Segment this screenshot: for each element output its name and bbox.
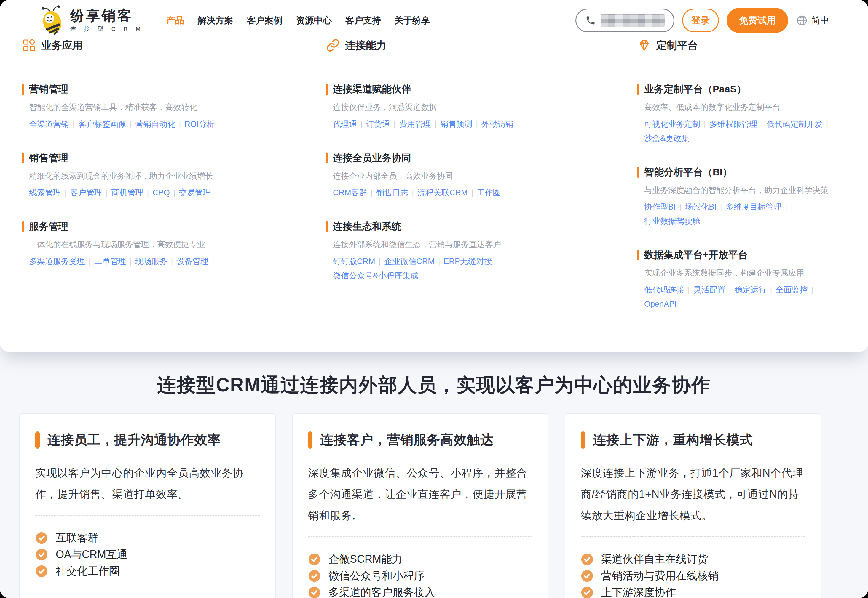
menu-section-title: 连接生态和系统 — [333, 220, 401, 233]
menu-link[interactable]: 外勤访销 — [482, 120, 513, 129]
nav-item[interactable]: 产品 — [166, 15, 184, 27]
menu-link[interactable]: 代理通 — [333, 120, 357, 129]
menu-link[interactable]: 流程关联CRM — [418, 188, 468, 197]
separator: | — [174, 188, 175, 197]
menu-link[interactable]: 场景化BI — [685, 202, 717, 211]
menu-link[interactable]: CPQ — [153, 188, 170, 197]
menu-link[interactable]: 客户标签画像 — [78, 120, 126, 129]
menu-column-title: 定制平台 — [656, 39, 698, 52]
menu-section-link[interactable]: 智能分析平台（BI） — [638, 166, 846, 179]
menu-column: 定制平台 业务定制平台（PaaS） 高效率、低成本的数字化业务定制平台 可视化业… — [638, 37, 846, 331]
menu-link[interactable]: OpenAPI — [644, 300, 677, 308]
nav-item[interactable]: 关于纷享 — [395, 15, 430, 27]
menu-section-desc: 连接伙伴业务，洞悉渠道数据 — [333, 101, 626, 114]
card-header: 连接上下游，重构增长模式 — [581, 431, 805, 448]
menu-link[interactable]: 营销自动化 — [135, 120, 175, 129]
phone-icon — [585, 15, 596, 26]
menu-section-link[interactable]: 营销管理 — [22, 83, 314, 96]
menu-section-link[interactable]: 服务管理 — [22, 220, 314, 233]
nav-item[interactable]: 客户支持 — [345, 15, 381, 27]
menu-link[interactable]: 设备管理 — [177, 257, 208, 266]
divider — [326, 65, 616, 66]
menu-link[interactable]: 协作型BI — [644, 202, 676, 211]
menu-link[interactable]: 行业数据驾驶舱 — [644, 217, 700, 226]
menu-link[interactable]: 工单管理 — [94, 257, 126, 266]
menu-section: 业务定制平台（PaaS） 高效率、低成本的数字化业务定制平台 可视化业务定制|多… — [638, 83, 846, 146]
logo[interactable]: 纷享销客 连 接 型 C R M — [39, 5, 144, 36]
login-button[interactable]: 登录 — [682, 9, 719, 32]
menu-section-link[interactable]: 连接全员业务协同 — [326, 151, 626, 165]
menu-column: 连接能力 连接渠道赋能伙伴 连接伙伴业务，洞悉渠道数据 代理通|订货通|费用管理… — [326, 37, 626, 331]
menu-section-title: 业务定制平台（PaaS） — [644, 83, 747, 96]
menu-section-link[interactable]: 连接生态和系统 — [326, 220, 626, 233]
free-trial-button[interactable]: 免费试用 — [727, 8, 788, 33]
menu-link[interactable]: ERP无缝对接 — [444, 257, 492, 266]
menu-link[interactable]: 沙盒&更改集 — [644, 134, 690, 143]
menu-link[interactable]: 多渠道服务受理 — [29, 257, 85, 266]
phone-number-redacted — [601, 14, 664, 27]
list-item: 互联客群 — [35, 529, 260, 546]
menu-section-link[interactable]: 业务定制平台（PaaS） — [638, 83, 846, 96]
menu-link[interactable]: 全面监控 — [775, 286, 808, 294]
menu-link[interactable]: 低代码连接 — [644, 286, 684, 294]
menu-link[interactable]: 现场服务 — [135, 257, 168, 266]
menu-section-title: 数据集成平台+开放平台 — [644, 248, 748, 262]
nav-item[interactable]: 解决方案 — [198, 15, 233, 27]
phone-contact-pill[interactable] — [575, 9, 674, 32]
menu-section-links: 可视化业务定制|多维权限管理|低代码定制开发|沙盒&更改集 — [644, 118, 846, 146]
menu-link[interactable]: 订货通 — [366, 120, 390, 129]
language-switcher[interactable]: 简中 — [796, 15, 829, 27]
accent-bar — [35, 432, 40, 448]
menu-section-links: 协作型BI|场景化BI|多维度目标管理|行业数据驾驶舱 — [644, 200, 846, 229]
menu-link[interactable]: 可视化业务定制 — [644, 120, 700, 129]
menu-link[interactable]: 微信公众号&小程序集成 — [333, 271, 418, 280]
menu-link[interactable]: 交易管理 — [179, 188, 211, 197]
separator: | — [435, 120, 437, 129]
card-title: 连接员工，提升沟通协作效率 — [48, 431, 221, 448]
card-feature-list: 互联客群 OA与CRM互通 社交化工作圈 — [35, 529, 260, 579]
divider — [638, 65, 831, 66]
main-nav: 产品解决方案客户案例资源中心客户支持关于纷享 — [166, 15, 430, 27]
menu-link[interactable]: ROI分析 — [184, 120, 215, 129]
menu-section-desc: 连接企业内部全员，高效业务协同 — [333, 170, 626, 182]
card-feature-list: 企微SCRM能力 微信公众号和小程序 多渠道的客户服务接入 — [308, 551, 533, 598]
diamond-icon — [638, 39, 651, 52]
menu-column-header: 定制平台 — [638, 37, 846, 54]
menu-link[interactable]: 低代码定制开发 — [766, 120, 823, 129]
menu-section: 服务管理 一体化的在线服务与现场服务管理，高效便捷专业 多渠道服务受理|工单管理… — [22, 220, 314, 269]
grid-icon — [22, 39, 36, 52]
menu-section-link[interactable]: 数据集成平台+开放平台 — [638, 248, 846, 262]
list-item: 营销活动与费用在线核销 — [581, 568, 805, 584]
nav-item[interactable]: 客户案例 — [247, 15, 283, 27]
menu-section-link[interactable]: 连接渠道赋能伙伴 — [326, 83, 626, 96]
menu-link[interactable]: 商机管理 — [111, 188, 144, 197]
separator: | — [106, 188, 108, 197]
check-icon — [308, 570, 321, 582]
menu-link[interactable]: CRM客群 — [333, 188, 367, 197]
list-item-label: 营销活动与费用在线核销 — [601, 569, 718, 583]
logo-subtitle: 连 接 型 C R M — [70, 25, 144, 33]
menu-link[interactable]: 钉钉版CRM — [333, 257, 375, 266]
menu-link[interactable]: 线索管理 — [29, 188, 61, 197]
menu-link[interactable]: 多维度目标管理 — [726, 202, 782, 211]
menu-link[interactable]: 全渠道营销 — [29, 120, 69, 129]
menu-link[interactable]: 灵活配置 — [693, 286, 726, 294]
menu-link[interactable]: 客户管理 — [70, 188, 102, 197]
menu-link[interactable]: 销售日志 — [376, 188, 408, 197]
menu-link[interactable]: 费用管理 — [399, 120, 431, 129]
menu-link[interactable]: 工作圈 — [477, 188, 501, 197]
menu-column-title: 连接能力 — [345, 39, 386, 52]
menu-section-title: 连接渠道赋能伙伴 — [333, 83, 411, 96]
menu-section-link[interactable]: 销售管理 — [22, 151, 314, 165]
separator: | — [785, 202, 787, 211]
menu-link[interactable]: 企业微信CRM — [384, 257, 435, 266]
card-title: 连接上下游，重构增长模式 — [593, 431, 753, 448]
feature-card: 连接上下游，重构增长模式 深度连接上下游业务，打通1个厂家和N个代理商/经销商的… — [565, 413, 821, 598]
menu-link[interactable]: 多维权限管理 — [709, 120, 757, 129]
menu-link[interactable]: 销售预测 — [440, 120, 472, 129]
list-item: 微信公众号和小程序 — [308, 568, 533, 584]
menu-section-title: 销售管理 — [29, 151, 68, 165]
menu-link[interactable]: 稳定运行 — [735, 286, 766, 294]
nav-item[interactable]: 资源中心 — [296, 15, 332, 27]
separator: | — [720, 202, 722, 211]
